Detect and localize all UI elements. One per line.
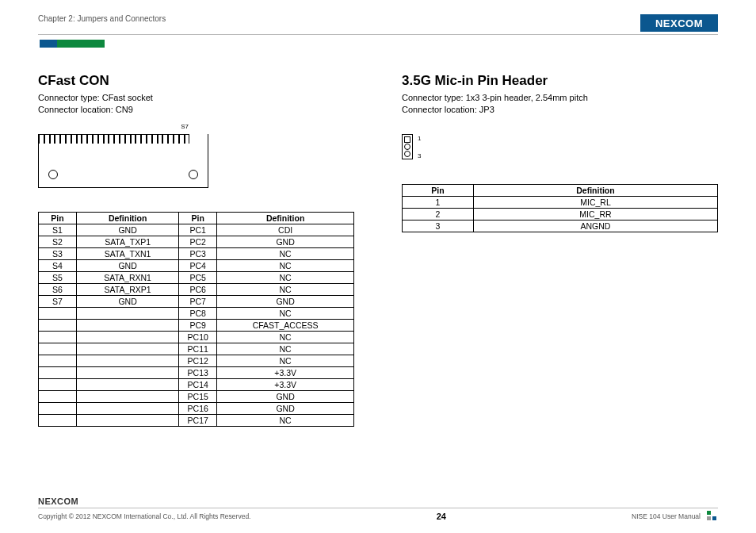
- table-cell: [39, 414, 77, 426]
- connector-tooth-icon: [87, 134, 93, 144]
- copyright-text: Copyright © 2012 NEXCOM International Co…: [38, 512, 250, 520]
- table-cell: GND: [77, 259, 179, 271]
- table-cell: ANGND: [474, 220, 718, 232]
- table-cell: [39, 343, 77, 355]
- th-def: Definition: [217, 212, 354, 224]
- table-cell: +3.3V: [217, 378, 354, 390]
- brand-logo: NEXCOM: [640, 14, 718, 32]
- table-row: PC12NC: [39, 355, 354, 366]
- th-def: Definition: [474, 184, 718, 196]
- connector-tooth-icon: [136, 134, 141, 144]
- mic-pin-table: Pin Definition 1MIC_RL2MIC_RR3ANGND: [402, 184, 718, 232]
- table-cell: GND: [217, 402, 354, 414]
- pin-round-icon: [404, 144, 410, 150]
- table-cell: CDI: [217, 224, 354, 236]
- table-cell: CFAST_ACCESS: [217, 319, 354, 331]
- table-row: PC16GND: [39, 402, 354, 414]
- table-cell: PC11: [179, 343, 217, 355]
- table-cell: PC7: [179, 295, 217, 307]
- table-cell: S5: [39, 271, 77, 283]
- table-cell: SATA_RXN1: [77, 271, 179, 283]
- table-cell: MIC_RL: [474, 196, 718, 208]
- table-cell: [77, 343, 179, 355]
- connector-tooth-icon: [168, 134, 174, 144]
- table-cell: [77, 319, 179, 331]
- mounting-hole-icon: [48, 170, 58, 179]
- table-cell: [77, 414, 179, 426]
- page-number: 24: [437, 512, 446, 521]
- connector-tooth-icon: [114, 134, 120, 144]
- cfast-title: CFast CON: [38, 73, 354, 89]
- chapter-title: Chapter 2: Jumpers and Connectors: [38, 14, 166, 23]
- pin-label-1: 1: [418, 134, 421, 143]
- connector-tooth-icon: [60, 134, 66, 144]
- table-cell: 1: [403, 196, 474, 208]
- table-cell: [77, 307, 179, 319]
- tab-marker-row: [38, 35, 718, 48]
- table-cell: PC10: [179, 331, 217, 343]
- table-cell: 3: [403, 220, 474, 232]
- connector-tooth-icon: [141, 134, 147, 144]
- table-cell: [39, 366, 77, 378]
- connector-tooth-icon: [98, 134, 104, 144]
- table-cell: PC17: [179, 414, 217, 426]
- pin-round-icon: [404, 151, 410, 157]
- connector-tooth-icon: [55, 134, 60, 144]
- pin-label-3: 3: [418, 151, 421, 160]
- connector-tooth-icon: [44, 134, 50, 144]
- left-column: CFast CON Connector type: CFast socket C…: [38, 73, 354, 427]
- connector-tooth-icon: [82, 134, 87, 144]
- table-cell: PC14: [179, 378, 217, 390]
- header-pin-labels: 1 3: [418, 134, 421, 160]
- table-row: PC9CFAST_ACCESS: [39, 319, 354, 331]
- table-cell: S1: [39, 224, 77, 236]
- table-cell: PC3: [179, 247, 217, 259]
- table-cell: S6: [39, 283, 77, 295]
- table-cell: 2: [403, 208, 474, 220]
- cfast-pin-table: Pin Definition Pin Definition S1GNDPC1CD…: [38, 212, 354, 427]
- table-row: 1MIC_RL: [403, 196, 718, 208]
- tab-marker-blue: [40, 40, 57, 48]
- connector-tooth-icon: [131, 134, 136, 144]
- table-cell: [77, 390, 179, 402]
- connector-tooth-icon: [162, 134, 168, 144]
- table-cell: S3: [39, 247, 77, 259]
- th-pin: Pin: [39, 212, 77, 224]
- connector-tooth-icon: [39, 134, 44, 144]
- mounting-hole-icon: [189, 170, 198, 179]
- mic-type: Connector type: 1x3 3-pin header, 2.54mm…: [402, 92, 718, 104]
- table-cell: +3.3V: [217, 366, 354, 378]
- table-cell: [39, 355, 77, 366]
- table-cell: GND: [217, 295, 354, 307]
- table-row: PC10NC: [39, 331, 354, 343]
- connector-tooth-icon: [147, 134, 152, 144]
- table-cell: NC: [217, 271, 354, 283]
- table-cell: NC: [217, 331, 354, 343]
- table-cell: PC15: [179, 390, 217, 402]
- table-cell: PC12: [179, 355, 217, 366]
- brand-text: NEXCOM: [655, 17, 703, 29]
- table-row: 3ANGND: [403, 220, 718, 232]
- table-row: PC14+3.3V: [39, 378, 354, 390]
- th-def: Definition: [77, 212, 179, 224]
- cfast-location: Connector location: CN9: [38, 104, 354, 116]
- table-cell: PC16: [179, 402, 217, 414]
- table-row: S2SATA_TXP1PC2GND: [39, 236, 354, 247]
- connector-tooth-icon: [50, 134, 55, 144]
- connector-tooth-icon: [174, 134, 179, 144]
- table-cell: [77, 402, 179, 414]
- table-cell: NC: [217, 414, 354, 426]
- table-cell: NC: [217, 259, 354, 271]
- table-cell: PC5: [179, 271, 217, 283]
- connector-tooth-icon: [71, 134, 77, 144]
- table-cell: S7: [39, 295, 77, 307]
- th-pin: Pin: [403, 184, 474, 196]
- connector-tooth-icon: [185, 134, 190, 144]
- manual-name: NISE 104 User Manual: [632, 512, 701, 520]
- table-row: PC8NC: [39, 307, 354, 319]
- table-cell: NC: [217, 343, 354, 355]
- connector-tooth-icon: [158, 134, 163, 144]
- connector-tooth-icon: [120, 134, 125, 144]
- connector-tooth-icon: [152, 134, 158, 144]
- table-cell: GND: [217, 236, 354, 247]
